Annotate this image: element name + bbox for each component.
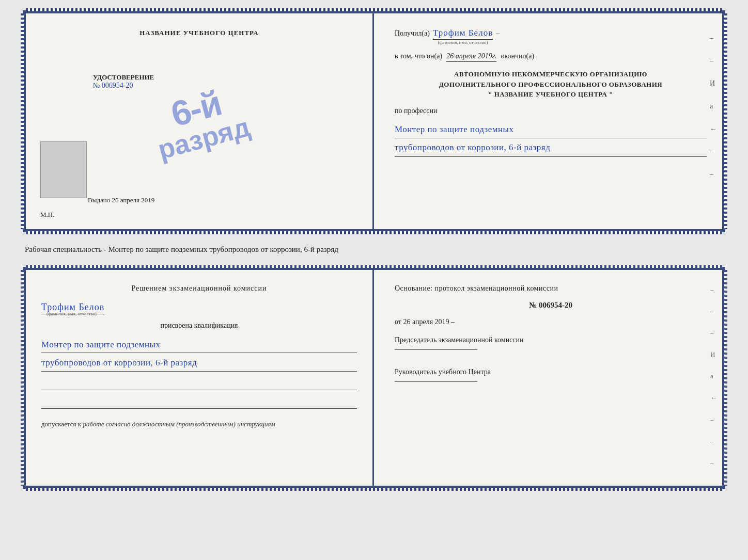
bottom-profession-line1: Монтер по защите подземных [41,337,357,354]
top-cert-left: НАЗВАНИЕ УЧЕБНОГО ЦЕНТРА 6-й разряд УДОС… [26,13,374,229]
top-cert-title: НАЗВАНИЕ УЧЕБНОГО ЦЕНТРА [139,29,259,37]
bottom-fio-label: (фамилия, имя, отчество) [41,311,97,316]
mp-label: М.П. [40,211,54,219]
fio-label-top: (фамилия, имя, отчество) [438,40,488,45]
bottom-certificate: Решением экзаменационной комиссии Трофим… [23,267,725,489]
poluchil-label: Получил(а) [395,29,430,38]
top-cert-right: Получил(а) Трофим Белов (фамилия, имя, о… [374,13,722,229]
ot-date: 26 апреля 2019 [403,318,449,326]
profession-line1-top: Монтер по защите подземных [395,122,707,139]
profession-line2-top: трубопроводов от коррозии, 6-й разряд [395,140,707,157]
udost-area: УДОСТОВЕРЕНИЕ № 006954-20 [93,73,154,90]
bottom-right-dashes: – – – И а ← – – – [710,285,717,467]
ot-line: от 26 апреля 2019 – [395,318,707,326]
okonchil-label: окончил(а) [501,52,534,60]
ot-dash: – [451,318,455,326]
org-line2: ДОПОЛНИТЕЛЬНОГО ПРОФЕССИОНАЛЬНОГО ОБРАЗО… [395,79,707,90]
cert-date: 26 апреля 2019г. [446,52,496,62]
dopusk-line: допускается к работе согласно должностны… [41,420,357,428]
cert-number: № 006954-20 [93,82,154,90]
prisvoena-label: присвоена квалификация [41,322,357,330]
rukovoditel-signature-line [395,381,477,382]
rukovoditel-block: Руководитель учебного Центра [395,366,707,382]
photo-placeholder [40,141,87,198]
org-line3: " НАЗВАНИЕ УЧЕБНОГО ЦЕНТРА " [395,89,707,100]
poluchil-name: Трофим Белов [433,28,493,40]
bottom-cert-left: Решением экзаменационной комиссии Трофим… [26,270,374,486]
middle-text: Рабочая специальность - Монтер по защите… [23,241,725,259]
blank-line-1 [41,380,357,390]
vydano-label: Выдано [88,196,110,204]
dash-after-name: – [496,29,500,38]
vydano-line: Выдано 26 апреля 2019 [88,196,154,204]
bottom-profession-line2: трубопроводов от коррозии, 6-й разряд [41,355,357,372]
ot-label: от [395,318,401,326]
protocol-number: № 006954-20 [395,301,707,310]
dopusk-value: работе согласно должностным (производств… [83,420,275,428]
org-line1: АВТОНОМНУЮ НЕКОММЕРЧЕСКУЮ ОРГАНИЗАЦИЮ [395,69,707,79]
top-certificate: НАЗВАНИЕ УЧЕБНОГО ЦЕНТРА 6-й разряд УДОС… [23,10,725,232]
rukovoditel-label: Руководитель учебного Центра [395,366,707,377]
predsedatel-block: Председатель экзаменационной комиссии [395,334,707,350]
org-block: АВТОНОМНУЮ НЕКОММЕРЧЕСКУЮ ОРГАНИЗАЦИЮ ДО… [395,69,707,100]
dopusk-label: допускается к [41,420,81,428]
vydano-date: 26 апреля 2019 [112,196,155,204]
bottom-cert-right: Основание: протокол экзаменационной коми… [374,270,722,486]
resheniem-title: Решением экзаменационной комиссии [41,284,357,293]
predsedatel-signature-line [395,349,477,350]
udost-label: УДОСТОВЕРЕНИЕ [93,73,154,82]
osnovanie-text: Основание: протокол экзаменационной коми… [395,284,707,293]
vtom-label: в том, что он(а) [395,52,442,60]
blank-line-2 [41,398,357,409]
predsedatel-label: Председатель экзаменационной комиссии [395,334,707,345]
vtom-line: в том, что он(а) 26 апреля 2019г. окончи… [395,52,707,62]
po-professii: по профессии [395,107,707,115]
right-dashes: – – И а ← – – [710,34,717,179]
poluchil-line: Получил(а) Трофим Белов (фамилия, имя, о… [395,28,707,45]
